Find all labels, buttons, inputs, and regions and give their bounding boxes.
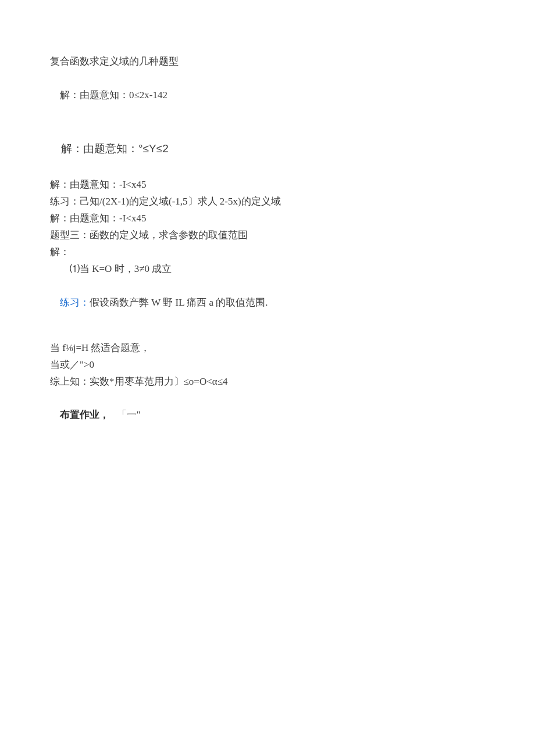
- text-fragment: 假设函数产弊 W 野 IL 痛西 a 的取值范围.: [90, 297, 268, 308]
- case-line-3: 当或／">0: [50, 357, 485, 374]
- case-line-2: 当 f⅛j=H 然适合题意，: [50, 340, 485, 357]
- homework-line: 布置作业， 「一″: [50, 390, 485, 441]
- text-fragment: 解：由题意知：0≤2x-142: [60, 89, 167, 101]
- practice-label: 练习：: [60, 297, 90, 308]
- document-page: 复合函数求定义域的几种题型 解：由题意知：0≤2x-142 解：由题意知：°≤Y…: [0, 0, 535, 756]
- solution-line-1: 解：由题意知：0≤2x-142: [50, 70, 485, 121]
- case-line-1: ⑴当 K=O 时，3≠0 成立: [50, 261, 485, 278]
- section-heading: 题型三：函数的定义域，求含参数的取值范围: [50, 227, 485, 244]
- solution-line-2: 解：由题意知：°≤Y≤2: [50, 121, 485, 177]
- title-line: 复合函数求定义域的几种题型: [50, 53, 485, 70]
- text-fragment: 解：由题意知：: [61, 142, 138, 155]
- practice-line-2: 练习：假设函数产弊 W 野 IL 痛西 a 的取值范围.: [50, 278, 485, 328]
- blank-line: [50, 328, 485, 339]
- summary-line: 综上知：实数*用枣革范用力〕≤o=O<α≤4: [50, 374, 485, 390]
- practice-line-1: 练习：己知/(2X-1)的定义域(-1,5〕求人 2-5x)的定义域: [50, 194, 485, 210]
- solution-line-3: 解：由题意知：-I<x45: [50, 177, 485, 194]
- text-fragment: 「一″: [109, 409, 141, 420]
- solution-line-4: 解：由题意知：-I<x45: [50, 210, 485, 227]
- math-fragment: °≤Y≤2: [138, 142, 169, 155]
- homework-label: 布置作业，: [60, 409, 109, 420]
- solution-marker: 解：: [50, 244, 485, 261]
